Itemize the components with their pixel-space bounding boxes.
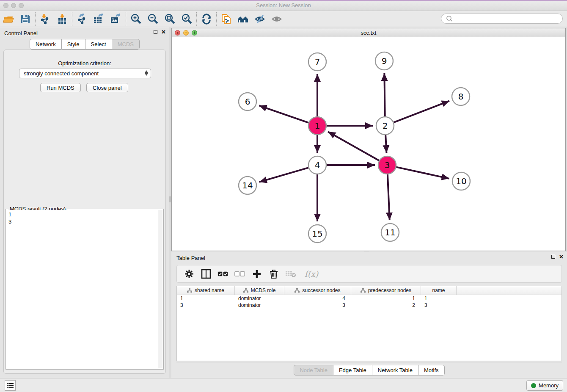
graph-edge-3-11[interactable] xyxy=(388,174,390,220)
table-scroll-strip[interactable] xyxy=(176,361,562,363)
tab-style[interactable]: Style xyxy=(62,39,85,50)
svg-text:11: 11 xyxy=(385,227,395,237)
graph-node-7[interactable]: 7 xyxy=(308,53,326,71)
graph-node-14[interactable]: 14 xyxy=(239,177,256,194)
status-bar: Memory xyxy=(0,378,567,392)
graph-node-10[interactable]: 10 xyxy=(452,172,470,190)
apply-layout-icon[interactable] xyxy=(198,12,215,26)
table-cell: 4 xyxy=(284,295,351,302)
tab-network[interactable]: Network xyxy=(30,39,62,50)
close-panel-icon[interactable]: ✕ xyxy=(559,255,564,259)
settings-gear-icon[interactable] xyxy=(184,268,195,279)
column-header-name[interactable]: name xyxy=(421,286,457,295)
table-cell: 2 xyxy=(351,302,421,309)
function-builder-icon[interactable]: f(x) xyxy=(302,268,321,279)
mcds-result-scrollbar[interactable] xyxy=(158,210,162,368)
export-table-icon[interactable] xyxy=(91,12,107,26)
memory-status-icon xyxy=(531,383,536,388)
optimization-criterion-label: Optimization criterion: xyxy=(4,60,165,66)
table-row[interactable]: 3dominator323 xyxy=(177,302,561,309)
graph-edge-2-9[interactable] xyxy=(384,73,385,116)
svg-text:3: 3 xyxy=(385,160,390,170)
tab-node-table[interactable]: Node Table xyxy=(294,365,333,375)
graph-edge-4-14[interactable] xyxy=(259,168,308,182)
zoom-out-icon[interactable] xyxy=(144,12,161,26)
memory-button[interactable]: Memory xyxy=(526,380,563,391)
table-row[interactable]: 1dominator411 xyxy=(177,295,561,302)
show-all-icon[interactable] xyxy=(269,12,286,26)
tab-network-table[interactable]: Network Table xyxy=(372,365,418,375)
graph-node-9[interactable]: 9 xyxy=(375,52,393,70)
graph-node-3[interactable]: 3 xyxy=(378,156,396,174)
network-window-titlebar[interactable]: x − + scc.txt xyxy=(172,28,565,37)
hide-selected-icon[interactable] xyxy=(252,12,269,26)
search-input[interactable] xyxy=(454,16,562,22)
criterion-select[interactable]: strongly connected component xyxy=(19,69,151,78)
column-header-shared-name[interactable]: shared name xyxy=(177,286,235,295)
main-toolbar xyxy=(0,11,567,27)
export-network-icon[interactable] xyxy=(74,12,91,26)
graph-edge-2-3[interactable] xyxy=(385,135,386,153)
graph-node-11[interactable]: 11 xyxy=(381,224,399,241)
open-file-icon[interactable] xyxy=(0,12,17,26)
export-image-icon[interactable] xyxy=(107,12,124,26)
first-neighbors-icon[interactable] xyxy=(235,12,252,26)
column-header-successor-nodes[interactable]: successor nodes xyxy=(284,286,351,295)
column-header-predecessor-nodes[interactable]: predecessor nodes xyxy=(351,286,421,295)
tab-motifs[interactable]: Motifs xyxy=(418,365,445,375)
graph-edge-3-10[interactable] xyxy=(396,167,449,179)
table-header-row: shared nameMCDS rolesuccessor nodesprede… xyxy=(177,286,561,295)
table-panel-header: Table Panel ✕ xyxy=(171,252,567,264)
table-cell: 3 xyxy=(284,302,351,309)
add-column-icon[interactable] xyxy=(251,268,262,279)
control-panel-tabs: NetworkStyleSelectMCDS xyxy=(0,39,169,50)
graph-edge-3-1[interactable] xyxy=(328,132,379,160)
graph-edge-1-6[interactable] xyxy=(259,105,308,122)
zoom-selected-icon[interactable] xyxy=(178,12,195,26)
task-history-button[interactable] xyxy=(5,380,16,391)
graph-node-4[interactable]: 4 xyxy=(308,156,326,174)
network-canvas[interactable]: 7968124314101511 xyxy=(172,37,565,251)
close-panel-icon[interactable]: ✕ xyxy=(161,30,166,34)
table-panel-title: Table Panel xyxy=(176,255,205,261)
column-type-icon xyxy=(243,288,248,293)
graph-node-8[interactable]: 8 xyxy=(452,88,470,105)
tab-mcds[interactable]: MCDS xyxy=(112,39,140,50)
svg-text:6: 6 xyxy=(245,97,250,107)
graph-node-2[interactable]: 2 xyxy=(376,117,394,135)
mcds-result-text[interactable]: 1 3 xyxy=(7,210,158,368)
close-panel-button[interactable]: Close panel xyxy=(86,83,128,92)
graph-node-6[interactable]: 6 xyxy=(239,93,256,110)
import-network-icon[interactable] xyxy=(37,12,54,26)
float-panel-icon[interactable] xyxy=(154,30,157,34)
select-all-icon[interactable] xyxy=(217,268,228,279)
graph-node-15[interactable]: 15 xyxy=(308,225,326,243)
show-column-icon[interactable] xyxy=(201,268,212,279)
column-header-MCDS-role[interactable]: MCDS role xyxy=(235,286,284,295)
svg-text:4: 4 xyxy=(315,160,320,170)
column-type-icon xyxy=(295,288,300,293)
import-table-icon[interactable] xyxy=(54,12,71,26)
table-cell: 3 xyxy=(177,302,235,309)
run-mcds-button[interactable]: Run MCDS xyxy=(40,83,81,92)
vertical-split-handle[interactable] xyxy=(169,196,171,202)
delete-table-icon[interactable] xyxy=(285,268,296,279)
graph-edge-2-8[interactable] xyxy=(394,101,449,122)
node-table[interactable]: shared nameMCDS rolesuccessor nodesprede… xyxy=(176,286,562,361)
clone-network-icon[interactable] xyxy=(218,12,235,26)
toolbar-separator xyxy=(35,12,36,26)
search-field[interactable] xyxy=(441,14,563,24)
memory-label: Memory xyxy=(539,382,559,389)
zoom-fit-icon[interactable] xyxy=(161,12,178,26)
delete-column-icon[interactable] xyxy=(268,268,279,279)
toolbar-separator xyxy=(216,12,217,26)
tab-select[interactable]: Select xyxy=(85,39,112,50)
tab-edge-table[interactable]: Edge Table xyxy=(333,365,372,375)
control-panel-title: Control Panel xyxy=(4,30,38,36)
graph-svg: 7968124314101511 xyxy=(172,37,565,251)
graph-node-1[interactable]: 1 xyxy=(308,117,326,135)
zoom-in-icon[interactable] xyxy=(127,12,144,26)
save-session-icon[interactable] xyxy=(17,12,34,26)
float-panel-icon[interactable] xyxy=(551,255,555,259)
deselect-all-icon[interactable] xyxy=(234,268,245,279)
